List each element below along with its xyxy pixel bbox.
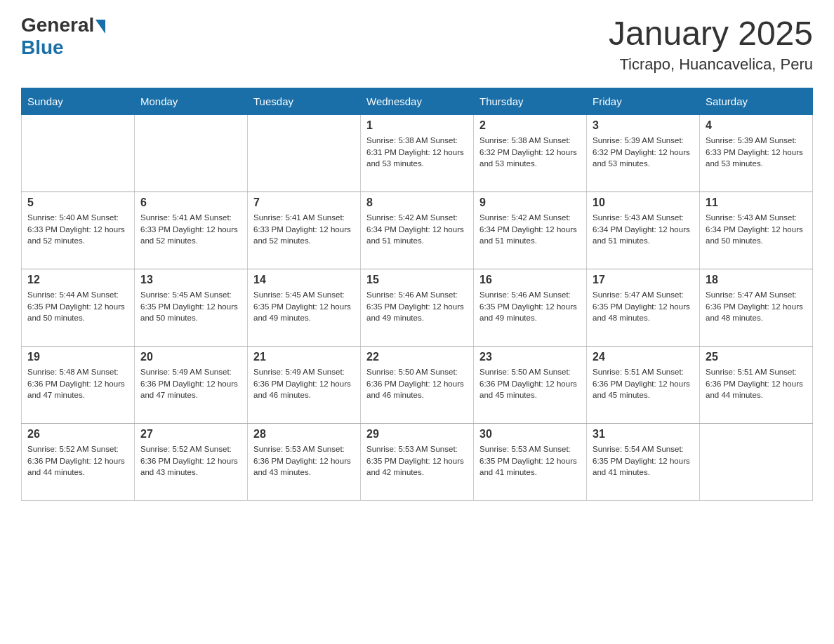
- calendar-cell: 23Sunrise: 5:50 AM Sunset: 6:36 PM Dayli…: [474, 347, 587, 424]
- calendar-week-row: 5Sunrise: 5:40 AM Sunset: 6:33 PM Daylig…: [22, 192, 813, 269]
- day-of-week-header: Sunday: [22, 88, 135, 115]
- day-number: 5: [27, 196, 128, 209]
- calendar-cell: 6Sunrise: 5:41 AM Sunset: 6:33 PM Daylig…: [135, 192, 248, 269]
- logo: General Blue: [21, 14, 105, 59]
- calendar-cell: 25Sunrise: 5:51 AM Sunset: 6:36 PM Dayli…: [700, 347, 813, 424]
- calendar-cell: 7Sunrise: 5:41 AM Sunset: 6:33 PM Daylig…: [248, 192, 361, 269]
- day-info: Sunrise: 5:52 AM Sunset: 6:36 PM Dayligh…: [140, 443, 241, 478]
- calendar-cell: 5Sunrise: 5:40 AM Sunset: 6:33 PM Daylig…: [22, 192, 135, 269]
- day-info: Sunrise: 5:38 AM Sunset: 6:31 PM Dayligh…: [366, 135, 468, 170]
- calendar-cell: 27Sunrise: 5:52 AM Sunset: 6:36 PM Dayli…: [135, 424, 248, 501]
- day-number: 19: [27, 351, 128, 363]
- calendar-cell: 17Sunrise: 5:47 AM Sunset: 6:35 PM Dayli…: [587, 269, 700, 347]
- day-info: Sunrise: 5:53 AM Sunset: 6:35 PM Dayligh…: [366, 443, 468, 478]
- day-info: Sunrise: 5:39 AM Sunset: 6:32 PM Dayligh…: [593, 135, 694, 170]
- day-of-week-header: Monday: [135, 88, 248, 115]
- calendar-header-row: SundayMondayTuesdayWednesdayThursdayFrid…: [22, 88, 813, 115]
- day-info: Sunrise: 5:46 AM Sunset: 6:35 PM Dayligh…: [479, 289, 581, 324]
- calendar-cell: 10Sunrise: 5:43 AM Sunset: 6:34 PM Dayli…: [587, 192, 700, 269]
- day-number: 18: [706, 274, 807, 286]
- calendar-cell: 20Sunrise: 5:49 AM Sunset: 6:36 PM Dayli…: [135, 347, 248, 424]
- day-number: 16: [479, 274, 581, 286]
- calendar-cell: 18Sunrise: 5:47 AM Sunset: 6:36 PM Dayli…: [700, 269, 813, 347]
- day-number: 14: [253, 274, 355, 286]
- day-number: 7: [253, 196, 355, 209]
- day-info: Sunrise: 5:42 AM Sunset: 6:34 PM Dayligh…: [479, 212, 581, 247]
- calendar-cell: [248, 115, 361, 192]
- day-info: Sunrise: 5:45 AM Sunset: 6:35 PM Dayligh…: [253, 289, 355, 324]
- day-number: 25: [706, 351, 807, 363]
- day-number: 6: [140, 196, 241, 209]
- day-number: 30: [479, 428, 581, 441]
- calendar-cell: 16Sunrise: 5:46 AM Sunset: 6:35 PM Dayli…: [474, 269, 587, 347]
- title-area: January 2025 Ticrapo, Huancavelica, Peru: [609, 14, 813, 74]
- calendar-cell: 26Sunrise: 5:52 AM Sunset: 6:36 PM Dayli…: [22, 424, 135, 501]
- calendar-cell: 3Sunrise: 5:39 AM Sunset: 6:32 PM Daylig…: [587, 115, 700, 192]
- day-number: 21: [253, 351, 355, 363]
- day-number: 12: [27, 274, 128, 286]
- day-info: Sunrise: 5:52 AM Sunset: 6:36 PM Dayligh…: [27, 443, 128, 478]
- day-info: Sunrise: 5:42 AM Sunset: 6:34 PM Dayligh…: [366, 212, 468, 247]
- calendar-cell: 1Sunrise: 5:38 AM Sunset: 6:31 PM Daylig…: [361, 115, 474, 192]
- calendar-cell: 21Sunrise: 5:49 AM Sunset: 6:36 PM Dayli…: [248, 347, 361, 424]
- day-info: Sunrise: 5:51 AM Sunset: 6:36 PM Dayligh…: [706, 366, 807, 401]
- day-of-week-header: Thursday: [474, 88, 587, 115]
- day-info: Sunrise: 5:45 AM Sunset: 6:35 PM Dayligh…: [140, 289, 241, 324]
- day-info: Sunrise: 5:46 AM Sunset: 6:35 PM Dayligh…: [366, 289, 468, 324]
- day-info: Sunrise: 5:41 AM Sunset: 6:33 PM Dayligh…: [140, 212, 241, 247]
- day-number: 2: [479, 119, 581, 132]
- calendar-cell: 29Sunrise: 5:53 AM Sunset: 6:35 PM Dayli…: [361, 424, 474, 501]
- day-number: 28: [253, 428, 355, 441]
- day-of-week-header: Saturday: [700, 88, 813, 115]
- day-number: 10: [593, 196, 694, 209]
- calendar-cell: 13Sunrise: 5:45 AM Sunset: 6:35 PM Dayli…: [135, 269, 248, 347]
- calendar-week-row: 19Sunrise: 5:48 AM Sunset: 6:36 PM Dayli…: [22, 347, 813, 424]
- page-header: General Blue January 2025 Ticrapo, Huanc…: [21, 14, 813, 74]
- calendar-cell: 9Sunrise: 5:42 AM Sunset: 6:34 PM Daylig…: [474, 192, 587, 269]
- calendar-cell: 22Sunrise: 5:50 AM Sunset: 6:36 PM Dayli…: [361, 347, 474, 424]
- day-number: 11: [706, 196, 807, 209]
- day-info: Sunrise: 5:47 AM Sunset: 6:36 PM Dayligh…: [706, 289, 807, 324]
- day-number: 8: [366, 196, 468, 209]
- calendar-cell: 24Sunrise: 5:51 AM Sunset: 6:36 PM Dayli…: [587, 347, 700, 424]
- calendar-cell: [700, 424, 813, 501]
- day-number: 4: [706, 119, 807, 132]
- day-number: 22: [366, 351, 468, 363]
- day-of-week-header: Tuesday: [248, 88, 361, 115]
- calendar-title: January 2025: [609, 14, 813, 53]
- calendar-cell: [135, 115, 248, 192]
- day-info: Sunrise: 5:47 AM Sunset: 6:35 PM Dayligh…: [593, 289, 694, 324]
- day-info: Sunrise: 5:49 AM Sunset: 6:36 PM Dayligh…: [253, 366, 355, 401]
- day-number: 23: [479, 351, 581, 363]
- day-info: Sunrise: 5:41 AM Sunset: 6:33 PM Dayligh…: [253, 212, 355, 247]
- day-number: 1: [366, 119, 468, 132]
- day-info: Sunrise: 5:38 AM Sunset: 6:32 PM Dayligh…: [479, 135, 581, 170]
- day-info: Sunrise: 5:50 AM Sunset: 6:36 PM Dayligh…: [366, 366, 468, 401]
- calendar-cell: 15Sunrise: 5:46 AM Sunset: 6:35 PM Dayli…: [361, 269, 474, 347]
- calendar-cell: 12Sunrise: 5:44 AM Sunset: 6:35 PM Dayli…: [22, 269, 135, 347]
- day-info: Sunrise: 5:44 AM Sunset: 6:35 PM Dayligh…: [27, 289, 128, 324]
- day-number: 13: [140, 274, 241, 286]
- day-number: 29: [366, 428, 468, 441]
- day-info: Sunrise: 5:53 AM Sunset: 6:36 PM Dayligh…: [253, 443, 355, 478]
- day-info: Sunrise: 5:48 AM Sunset: 6:36 PM Dayligh…: [27, 366, 128, 401]
- day-info: Sunrise: 5:39 AM Sunset: 6:33 PM Dayligh…: [706, 135, 807, 170]
- day-number: 20: [140, 351, 241, 363]
- day-of-week-header: Wednesday: [361, 88, 474, 115]
- day-info: Sunrise: 5:40 AM Sunset: 6:33 PM Dayligh…: [27, 212, 128, 247]
- day-info: Sunrise: 5:53 AM Sunset: 6:35 PM Dayligh…: [479, 443, 581, 478]
- calendar-week-row: 1Sunrise: 5:38 AM Sunset: 6:31 PM Daylig…: [22, 115, 813, 192]
- day-info: Sunrise: 5:49 AM Sunset: 6:36 PM Dayligh…: [140, 366, 241, 401]
- calendar-cell: 11Sunrise: 5:43 AM Sunset: 6:34 PM Dayli…: [700, 192, 813, 269]
- calendar-cell: 4Sunrise: 5:39 AM Sunset: 6:33 PM Daylig…: [700, 115, 813, 192]
- calendar-subtitle: Ticrapo, Huancavelica, Peru: [609, 55, 813, 74]
- day-number: 17: [593, 274, 694, 286]
- day-info: Sunrise: 5:50 AM Sunset: 6:36 PM Dayligh…: [479, 366, 581, 401]
- day-number: 15: [366, 274, 468, 286]
- day-info: Sunrise: 5:43 AM Sunset: 6:34 PM Dayligh…: [706, 212, 807, 247]
- day-number: 27: [140, 428, 241, 441]
- day-info: Sunrise: 5:54 AM Sunset: 6:35 PM Dayligh…: [593, 443, 694, 478]
- calendar-cell: 31Sunrise: 5:54 AM Sunset: 6:35 PM Dayli…: [587, 424, 700, 501]
- calendar-cell: [22, 115, 135, 192]
- calendar-cell: 19Sunrise: 5:48 AM Sunset: 6:36 PM Dayli…: [22, 347, 135, 424]
